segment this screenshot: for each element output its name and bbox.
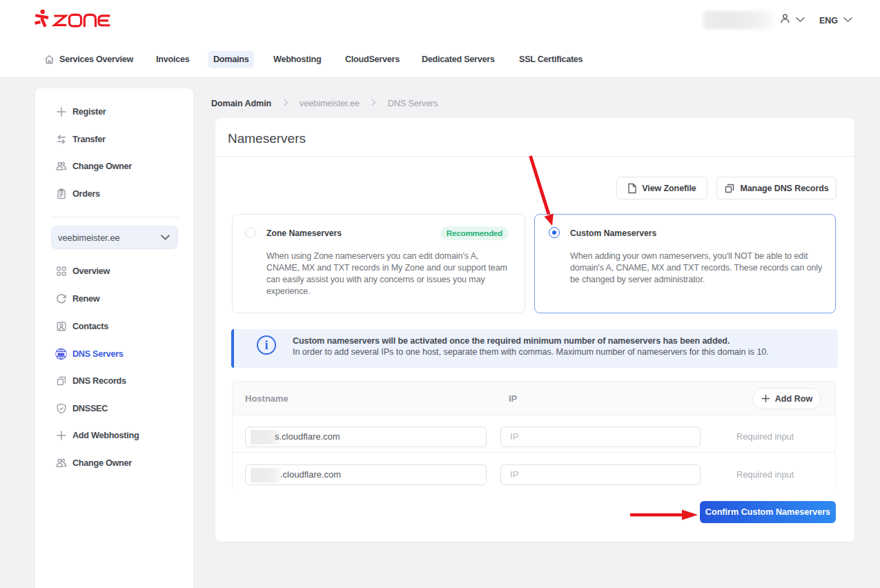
svg-text:DNS: DNS — [58, 352, 64, 355]
